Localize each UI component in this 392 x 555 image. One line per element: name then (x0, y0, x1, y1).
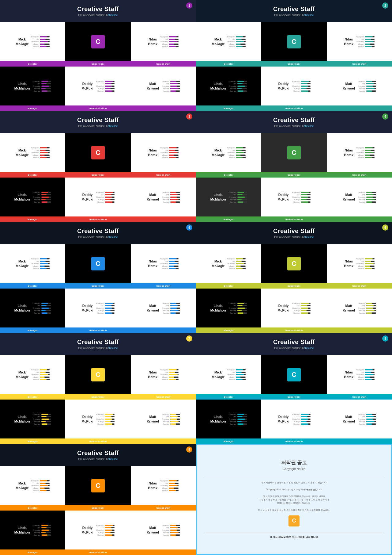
staff-name: DeddyMcPuki (277, 415, 289, 423)
logo-cell: C Supervisor (261, 355, 326, 400)
staff-role-label: Senior Staff (131, 505, 196, 511)
staff-role-label: Senior Staff (131, 172, 196, 178)
staff-cell: DeddyMcPuki Powerpoint CSS Photoshop InD… (65, 400, 130, 444)
slide-number: 8 (382, 335, 388, 342)
staff-cell: DeddyMcPuki Powerpoint CSS Photoshop InD… (261, 67, 326, 111)
staff-role-label (327, 105, 392, 111)
staff-role-label: Administration (261, 105, 326, 111)
staff-cell: MattKriwoel Powerpoint CSS Photoshop InD… (131, 178, 196, 222)
slide-number: 6 (382, 224, 388, 231)
staff-name: NdasBotax (148, 481, 158, 490)
staff-role-label: Administration (65, 216, 130, 222)
staff-role-label (327, 216, 392, 222)
copyright-slide: 저작권 공고 Copyright Notice 이 프레젠테이션 템플릿은 개인… (196, 444, 392, 555)
logo-cell: C Supervisor (65, 466, 130, 511)
staff-cell: DeddyMcPuki Powerpoint CSS Photoshop InD… (261, 289, 326, 333)
staff-role-label (131, 438, 196, 444)
staff-role-label: Manager (0, 105, 65, 111)
slide-7: 7 Creative Staff Put a relevant subtitle… (0, 333, 196, 444)
slide-subtitle: Put a relevant subtitle in this line (78, 346, 118, 350)
staff-cell: NdasBotax Powerpoint CSS Photoshop InDes… (131, 355, 196, 400)
slide-subtitle: Put a relevant subtitle in this line (274, 346, 314, 350)
staff-role-label: Director (0, 283, 65, 289)
slide-title: Creative Staff (273, 339, 315, 346)
staff-cell: LindaMcMahon Powerpoint CSS Photoshop In… (196, 67, 261, 111)
staff-cell: MattKriwoel Powerpoint CSS Photoshop InD… (327, 289, 392, 333)
logo-cell: C Supervisor (261, 133, 326, 178)
staff-name: MickMcJagir (212, 259, 224, 268)
staff-name: DeddyMcPuki (81, 82, 93, 90)
staff-role-label: Director (0, 394, 65, 400)
staff-role-label: Manager (0, 549, 65, 555)
logo-letter: C (292, 260, 296, 268)
staff-name: MickMcJagir (212, 370, 224, 379)
staff-name: LindaMcMahon (210, 82, 226, 90)
staff-cell: NdasBotax Powerpoint CSS Photoshop InDes… (327, 22, 392, 67)
staff-name: MattKriwoel (343, 415, 355, 423)
staff-role-label: Director (0, 61, 65, 67)
slide-subtitle: Put a relevant subtitle in this line (78, 235, 118, 239)
staff-role-label: Senior Staff (327, 283, 392, 289)
staff-role-label (327, 327, 392, 333)
staff-role-label: Manager (0, 438, 65, 444)
logo-letter: C (96, 149, 100, 157)
staff-role-label (327, 438, 392, 444)
logo-letter: C (96, 482, 100, 490)
slide-number: 4 (382, 113, 388, 120)
staff-name: MickMcJagir (16, 37, 28, 46)
logo-letter: C (96, 260, 100, 268)
staff-name: LindaMcMahon (14, 415, 30, 423)
staff-cell: DeddyMcPuki Powerpoint CSS Photoshop InD… (65, 178, 130, 222)
copyright-subtitle: Copyright Notice (283, 467, 305, 471)
staff-cell: MattKriwoel Powerpoint CSS Photoshop InD… (327, 178, 392, 222)
staff-cell: MattKriwoel Powerpoint CSS Photoshop InD… (131, 67, 196, 111)
staff-name: NdasBotax (344, 37, 354, 46)
staff-name: DeddyMcPuki (277, 82, 289, 90)
slide-4: 4 Creative Staff Put a relevant subtitle… (196, 111, 392, 222)
staff-role-label: Director (0, 172, 65, 178)
staff-cell: NdasBotax Powerpoint CSS Photoshop InDes… (327, 133, 392, 178)
copyright-title: 저작권 공고 (281, 460, 307, 466)
staff-name: MickMcJagir (16, 370, 28, 379)
staff-cell: MickMcJagir Powerpoint CSS Photoshop InD… (0, 466, 65, 511)
staff-cell: LindaMcMahon Powerpoint CSS Photoshop In… (196, 289, 261, 333)
staff-role-label (131, 216, 196, 222)
logo-cell: C Supervisor (65, 22, 130, 67)
staff-role-label: Manager (196, 216, 261, 222)
staff-cell: MickMcJagir Powerpoint CSS Photoshop InD… (0, 244, 65, 289)
staff-cell: MickMcJagir Powerpoint CSS Photoshop InD… (196, 133, 261, 178)
staff-name: NdasBotax (148, 259, 158, 268)
staff-role-label: Director (196, 283, 261, 289)
staff-name: LindaMcMahon (210, 415, 226, 423)
staff-name: MattKriwoel (147, 193, 159, 201)
slide-subtitle: Put a relevant subtitle in this line (78, 13, 118, 17)
staff-role-label: Administration (261, 216, 326, 222)
staff-cell: LindaMcMahon Powerpoint CSS Photoshop In… (196, 178, 261, 222)
supervisor-label: Supervisor (261, 61, 326, 67)
staff-name: LindaMcMahon (210, 193, 226, 201)
staff-name: DeddyMcPuki (277, 193, 289, 201)
supervisor-label: Supervisor (65, 394, 130, 400)
staff-name: NdasBotax (344, 259, 354, 268)
copyright-logo: C (288, 515, 300, 526)
staff-cell: MickMcJagir Powerpoint CSS Photoshop InD… (196, 244, 261, 289)
staff-role-label: Administration (261, 327, 326, 333)
staff-name: NdasBotax (344, 370, 354, 379)
staff-name: MattKriwoel (147, 415, 159, 423)
slide-number: 1 (186, 2, 192, 9)
staff-cell: MattKriwoel Powerpoint CSS Photoshop InD… (327, 67, 392, 111)
slide-subtitle: Put a relevant subtitle in this line (274, 124, 314, 128)
logo-cell: C Supervisor (65, 355, 130, 400)
staff-role-label: Director (196, 394, 261, 400)
staff-name: MickMcJagir (16, 481, 28, 490)
slide-subtitle: Put a relevant subtitle in this line (274, 235, 314, 239)
staff-cell: MickMcJagir Powerpoint CSS Photoshop InD… (0, 22, 65, 67)
slide-title: Creative Staff (77, 6, 119, 13)
staff-cell: MickMcJagir Powerpoint CSS Photoshop InD… (196, 355, 261, 400)
staff-name: MattKriwoel (147, 526, 159, 534)
staff-role-label: Manager (196, 105, 261, 111)
supervisor-label: Supervisor (65, 505, 130, 511)
staff-cell: MattKriwoel Powerpoint CSS Photoshop InD… (131, 289, 196, 333)
staff-name: MickMcJagir (212, 37, 224, 46)
staff-role-label: Manager (0, 216, 65, 222)
